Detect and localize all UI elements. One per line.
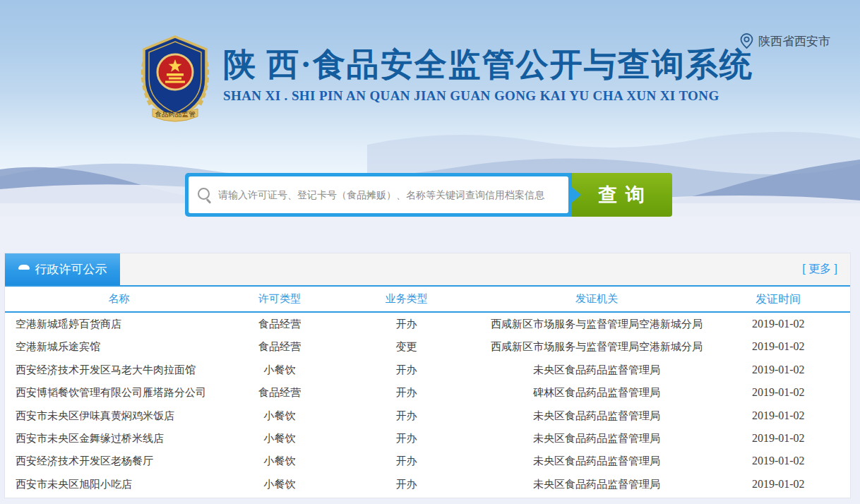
cell-authority: 西咸新区市场服务与监督管理局空港新城分局	[486, 335, 706, 358]
cell-authority: 西咸新区市场服务与监督管理局空港新城分局	[486, 313, 706, 335]
location-indicator[interactable]: 陕西省西安市	[740, 32, 830, 49]
cell-license-type: 小餐饮	[233, 473, 326, 496]
cell-issue-date: 2019-01-02	[706, 359, 849, 381]
cell-name: 空港新城乐途宾馆	[5, 335, 233, 358]
cell-authority: 未央区食品药品监督管理局	[486, 427, 706, 450]
cell-name: 西安市未央区旭阳小吃店	[5, 473, 233, 496]
cell-authority: 未央区食品药品监督管理局	[486, 450, 706, 472]
column-header-license-type: 许可类型	[233, 287, 326, 311]
table-body: 空港新城瑶婷百货商店 食品经营 开办 西咸新区市场服务与监督管理局空港新城分局 …	[5, 313, 850, 498]
cell-business-type: 开办	[326, 404, 486, 427]
cell-issue-date: 2019-01-02	[706, 313, 849, 335]
table-row[interactable]: 西安市未央区金舞缘过桥米线店 小餐饮 开办 未央区食品药品监督管理局 2019-…	[5, 427, 850, 450]
cell-name: 西安博韬餐饮管理有限公司雁塔路分公司	[5, 381, 233, 404]
cell-name: 空港新城瑶婷百货商店	[5, 313, 233, 335]
site-subtitle-pinyin: SHAN XI . SHI PIN AN QUAN JIAN GUAN GONG…	[223, 88, 753, 104]
cell-issue-date: 2019-01-02	[706, 381, 849, 404]
brand: 食品药品监管 陕 西·食品安全监管公开与查询系统 SHAN XI . SHI P…	[138, 34, 753, 127]
license-panel: 行政许可公示 [ 更多 ] 名称 许可类型 业务类型 发证机关 发证时间 空港新…	[4, 253, 851, 498]
cell-name: 西安市未央区伊味真黄焖鸡米饭店	[5, 404, 233, 427]
table-row[interactable]: 西安市未央区伊味真黄焖鸡米饭店 小餐饮 开办 未央区食品药品监督管理局 2019…	[5, 404, 850, 427]
cell-issue-date: 2019-01-02	[706, 473, 849, 496]
cell-issue-date: 2019-01-02	[706, 404, 849, 427]
cell-license-type: 食品经营	[233, 335, 326, 358]
cell-business-type: 开办	[326, 381, 486, 404]
header-banner: 陕西省西安市 食品药品监管 陕 西·食品安全监管公开与查询系统 SHAN XI	[0, 0, 860, 217]
cell-business-type: 变更	[326, 335, 486, 358]
badge-banner-text: 食品药品监管	[155, 110, 196, 118]
table-row[interactable]: 空港新城瑶婷百货商店 食品经营 开办 西咸新区市场服务与监督管理局空港新城分局 …	[5, 313, 850, 335]
table-header: 名称 许可类型 业务类型 发证机关 发证时间	[5, 287, 850, 313]
cell-issue-date: 2019-01-02	[706, 427, 849, 450]
cell-business-type: 开办	[326, 359, 486, 381]
cell-authority: 未央区食品药品监督管理局	[486, 359, 706, 381]
cell-name: 西安经济技术开发区老杨餐厅	[5, 450, 233, 472]
cell-license-type: 食品经营	[233, 313, 326, 335]
cell-issue-date: 2019-01-02	[706, 335, 849, 358]
site-title: 陕 西·食品安全监管公开与查询系统	[223, 47, 753, 84]
agency-badge-logo: 食品药品监管	[138, 34, 212, 127]
column-header-name: 名称	[5, 287, 233, 311]
table-row[interactable]: 西安经济技术开发区老杨餐厅 小餐饮 开办 未央区食品药品监督管理局 2019-0…	[5, 450, 850, 472]
search-button[interactable]: 查 询	[572, 173, 672, 217]
table-row[interactable]: 西安博韬餐饮管理有限公司雁塔路分公司 食品经营 开办 碑林区食品药品监督管理局 …	[5, 381, 850, 404]
cell-license-type: 小餐饮	[233, 404, 326, 427]
cell-business-type: 开办	[326, 427, 486, 450]
search-input-wrap	[185, 173, 572, 217]
tab-label: 行政许可公示	[35, 261, 107, 277]
table-row[interactable]: 西安经济技术开发区马老大牛肉拉面馆 小餐饮 开办 未央区食品药品监督管理局 20…	[5, 359, 850, 381]
search-icon	[198, 188, 210, 200]
tab-administrative-license[interactable]: 行政许可公示	[5, 253, 120, 285]
search-input[interactable]	[189, 176, 568, 213]
cell-business-type: 开办	[326, 313, 486, 335]
cell-license-type: 小餐饮	[233, 427, 326, 450]
search-bar: 查 询	[185, 173, 672, 217]
title-block: 陕 西·食品安全监管公开与查询系统 SHAN XI . SHI PIN AN Q…	[223, 34, 753, 104]
cell-issue-date: 2019-01-02	[706, 450, 849, 472]
table-row[interactable]: 西安市未央区旭阳小吃店 小餐饮 开办 未央区食品药品监督管理局 2019-01-…	[5, 473, 850, 496]
page: 陕西省西安市 食品药品监管 陕 西·食品安全监管公开与查询系统 SHAN XI	[0, 0, 860, 504]
more-link[interactable]: [ 更多 ]	[802, 253, 837, 285]
column-header-business-type: 业务类型	[326, 287, 486, 311]
table-row[interactable]: 空港新城乐途宾馆 食品经营 变更 西咸新区市场服务与监督管理局空港新城分局 20…	[5, 335, 850, 358]
user-icon	[18, 264, 30, 275]
cell-authority: 未央区食品药品监督管理局	[486, 473, 706, 496]
cell-business-type: 开办	[326, 450, 486, 472]
cell-authority: 未央区食品药品监督管理局	[486, 404, 706, 427]
location-label: 陕西省西安市	[758, 33, 830, 49]
search-arrow-pointer	[572, 187, 581, 203]
cell-license-type: 食品经营	[233, 381, 326, 404]
cell-license-type: 小餐饮	[233, 359, 326, 381]
cell-name: 西安经济技术开发区马老大牛肉拉面馆	[5, 359, 233, 381]
cell-license-type: 小餐饮	[233, 450, 326, 472]
cell-name: 西安市未央区金舞缘过桥米线店	[5, 427, 233, 450]
column-header-authority: 发证机关	[486, 287, 706, 311]
tab-bar: 行政许可公示 [ 更多 ]	[5, 253, 850, 287]
cell-authority: 碑林区食品药品监督管理局	[486, 381, 706, 404]
cell-business-type: 开办	[326, 473, 486, 496]
column-header-issue-date: 发证时间	[706, 287, 849, 311]
